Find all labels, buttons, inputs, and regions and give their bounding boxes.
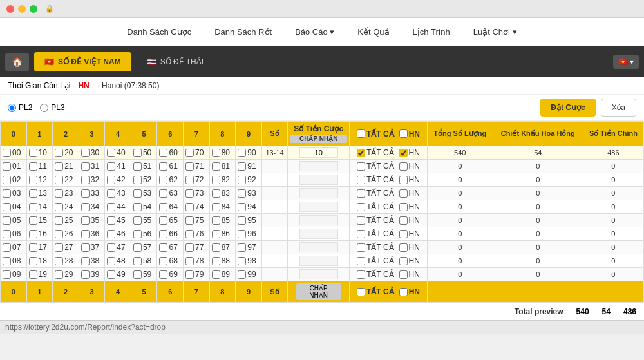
num-cb-1-0[interactable] bbox=[3, 162, 11, 171]
footer-tat-ca-label[interactable]: TẤT CẢ bbox=[357, 287, 394, 296]
num-cb-8-8[interactable] bbox=[212, 257, 220, 265]
num-cb-6-2[interactable] bbox=[55, 230, 63, 238]
nav-lich-trinh[interactable]: Lịch Trình bbox=[402, 22, 460, 42]
num-cb-1-8[interactable] bbox=[212, 162, 220, 171]
num-cb-5-6[interactable] bbox=[159, 216, 167, 225]
hn-cb-3[interactable] bbox=[399, 189, 408, 198]
num-cb-7-2[interactable] bbox=[55, 243, 63, 252]
hn-header-cb[interactable] bbox=[399, 129, 408, 138]
tatca-cb-4[interactable] bbox=[357, 203, 365, 211]
num-cb-1-9[interactable] bbox=[238, 162, 246, 171]
num-cb-5-2[interactable] bbox=[55, 216, 63, 225]
hn-cb-6[interactable] bbox=[399, 230, 408, 238]
num-cb-6-6[interactable] bbox=[159, 230, 167, 238]
close-btn[interactable] bbox=[6, 5, 14, 13]
num-cb-4-3[interactable] bbox=[81, 203, 90, 211]
num-cb-8-0[interactable] bbox=[3, 257, 11, 265]
num-cb-2-5[interactable] bbox=[133, 176, 142, 184]
tatca-label-6[interactable]: TẤT CẢ bbox=[357, 229, 393, 238]
num-cb-7-9[interactable] bbox=[238, 243, 246, 252]
num-cb-1-7[interactable] bbox=[185, 162, 194, 171]
num-cb-1-6[interactable] bbox=[159, 162, 167, 171]
num-cb-2-3[interactable] bbox=[81, 176, 90, 184]
num-cb-1-1[interactable] bbox=[29, 162, 37, 171]
num-cb-7-3[interactable] bbox=[81, 243, 90, 252]
num-cb-0-0[interactable] bbox=[3, 149, 11, 157]
num-cb-2-1[interactable] bbox=[29, 176, 37, 184]
tien-cuoc-input-2[interactable] bbox=[299, 175, 338, 185]
num-cb-7-1[interactable] bbox=[29, 243, 37, 252]
num-cb-9-5[interactable] bbox=[133, 270, 142, 279]
num-cb-4-5[interactable] bbox=[133, 203, 142, 211]
num-cb-2-9[interactable] bbox=[238, 176, 246, 184]
language-select[interactable]: 🇻🇳 ▾ bbox=[613, 55, 639, 69]
cell-tien-cuoc-8[interactable] bbox=[288, 254, 350, 268]
num-cb-5-3[interactable] bbox=[81, 216, 90, 225]
hn-label-7[interactable]: HN bbox=[399, 243, 420, 252]
num-cb-1-4[interactable] bbox=[107, 162, 115, 171]
tat-ca-header-label[interactable]: TẤT CẢ bbox=[357, 129, 394, 138]
hn-label-8[interactable]: HN bbox=[399, 256, 420, 265]
num-cb-0-8[interactable] bbox=[212, 149, 220, 157]
nav-luat-choi[interactable]: Luật Chơi bbox=[463, 22, 527, 42]
num-cb-3-2[interactable] bbox=[55, 189, 63, 198]
tatca-label-2[interactable]: TẤT CẢ bbox=[357, 175, 393, 184]
minimize-btn[interactable] bbox=[18, 5, 26, 13]
tien-cuoc-input-8[interactable] bbox=[299, 256, 338, 266]
footer-hn-cb[interactable] bbox=[399, 288, 408, 296]
tatca-cb-2[interactable] bbox=[357, 176, 365, 184]
num-cb-9-6[interactable] bbox=[159, 270, 167, 279]
num-cb-4-4[interactable] bbox=[107, 203, 115, 211]
num-cb-2-0[interactable] bbox=[3, 176, 11, 184]
tatca-label-4[interactable]: TẤT CẢ bbox=[357, 202, 393, 211]
num-cb-7-4[interactable] bbox=[107, 243, 115, 252]
tien-cuoc-input-6[interactable] bbox=[299, 229, 338, 239]
tab-so-de-viet-nam[interactable]: 🇻🇳 SỐ ĐỀ VIỆT NAM bbox=[34, 52, 131, 71]
cell-tien-cuoc-6[interactable] bbox=[288, 227, 350, 241]
num-cb-9-1[interactable] bbox=[29, 270, 37, 279]
num-cb-9-3[interactable] bbox=[81, 270, 90, 279]
num-cb-8-4[interactable] bbox=[107, 257, 115, 265]
tien-cuoc-input-1[interactable] bbox=[299, 161, 338, 171]
num-cb-4-2[interactable] bbox=[55, 203, 63, 211]
nav-danh-sach-rot[interactable]: Danh Sách Rớt bbox=[204, 22, 282, 42]
cell-tien-cuoc-7[interactable] bbox=[288, 241, 350, 254]
tien-cuoc-input-4[interactable] bbox=[299, 202, 338, 212]
tatca-label-9[interactable]: TẤT CẢ bbox=[357, 270, 393, 279]
hn-cb-0[interactable] bbox=[399, 149, 408, 157]
num-cb-0-9[interactable] bbox=[238, 149, 246, 157]
num-cb-8-5[interactable] bbox=[133, 257, 142, 265]
cell-tien-cuoc-9[interactable] bbox=[288, 268, 350, 281]
num-cb-8-9[interactable] bbox=[238, 257, 246, 265]
tat-ca-header-cb[interactable] bbox=[357, 129, 365, 138]
num-cb-2-4[interactable] bbox=[107, 176, 115, 184]
tab-so-de-thai[interactable]: 🇹🇭 SỐ ĐỀ THÁI bbox=[137, 52, 214, 71]
num-cb-1-3[interactable] bbox=[81, 162, 90, 171]
hn-label-4[interactable]: HN bbox=[399, 202, 420, 211]
tien-cuoc-input-5[interactable] bbox=[299, 215, 338, 225]
num-cb-7-5[interactable] bbox=[133, 243, 142, 252]
num-cb-8-1[interactable] bbox=[29, 257, 37, 265]
pl2-radio-label[interactable]: PL2 bbox=[8, 103, 32, 112]
tatca-label-7[interactable]: TẤT CẢ bbox=[357, 243, 393, 252]
num-cb-3-9[interactable] bbox=[238, 189, 246, 198]
num-cb-4-6[interactable] bbox=[159, 203, 167, 211]
num-cb-8-6[interactable] bbox=[159, 257, 167, 265]
maximize-btn[interactable] bbox=[30, 5, 37, 13]
tatca-label-5[interactable]: TẤT CẢ bbox=[357, 216, 393, 225]
num-cb-9-9[interactable] bbox=[238, 270, 246, 279]
hn-cb-2[interactable] bbox=[399, 176, 408, 184]
tatca-cb-6[interactable] bbox=[357, 230, 365, 238]
cell-tien-cuoc-1[interactable] bbox=[288, 160, 350, 173]
num-cb-3-3[interactable] bbox=[81, 189, 90, 198]
num-cb-2-7[interactable] bbox=[185, 176, 194, 184]
footer-chap-nhan[interactable]: CHẤP NHẬN bbox=[288, 281, 350, 303]
num-cb-1-2[interactable] bbox=[55, 162, 63, 171]
num-cb-3-8[interactable] bbox=[212, 189, 220, 198]
num-cb-7-8[interactable] bbox=[212, 243, 220, 252]
num-cb-4-9[interactable] bbox=[238, 203, 246, 211]
tatca-cb-7[interactable] bbox=[357, 243, 365, 252]
hn-label-5[interactable]: HN bbox=[399, 216, 420, 225]
num-cb-0-3[interactable] bbox=[81, 149, 90, 157]
num-cb-3-1[interactable] bbox=[29, 189, 37, 198]
